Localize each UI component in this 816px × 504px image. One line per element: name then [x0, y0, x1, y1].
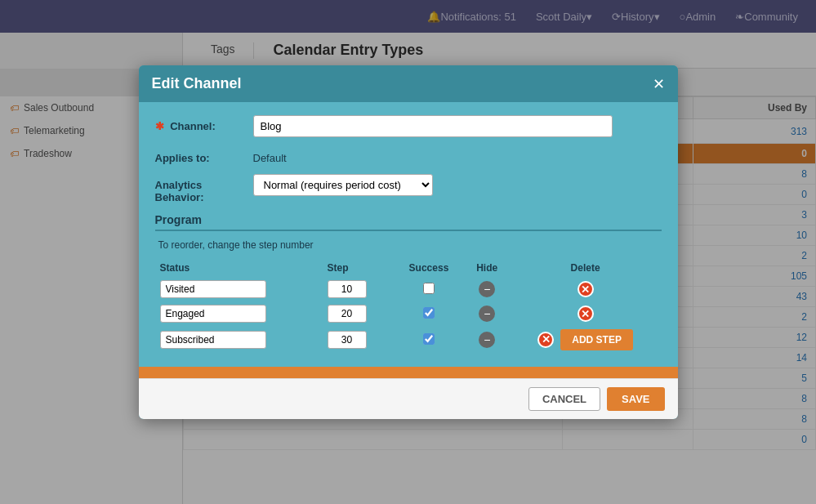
cancel-button[interactable]: CANCEL: [528, 387, 600, 411]
table-row: −✕ADD STEP: [155, 326, 662, 354]
hide-button[interactable]: −: [479, 306, 495, 322]
delete-button[interactable]: ✕: [577, 306, 594, 322]
modal-header: Edit Channel ✕: [139, 65, 678, 102]
reorder-hint: To reorder, change the step number: [155, 239, 662, 251]
modal-title: Edit Channel: [152, 75, 242, 92]
status-input[interactable]: [160, 305, 266, 323]
delete-button[interactable]: ✕: [537, 332, 554, 348]
success-header: Success: [393, 259, 465, 277]
program-section: Program To reorder, change the step numb…: [155, 213, 662, 354]
success-checkbox[interactable]: [423, 333, 435, 345]
step-input[interactable]: [328, 280, 367, 298]
step-input[interactable]: [328, 305, 367, 323]
hide-header: Hide: [465, 259, 510, 277]
hide-button[interactable]: −: [479, 281, 495, 297]
save-button[interactable]: SAVE: [607, 387, 664, 411]
analytics-select[interactable]: Normal (requires period cost): [253, 174, 433, 196]
steps-table: Status Step Success Hide Delete −✕−✕−✕AD…: [155, 259, 662, 354]
modal-footer: CANCEL SAVE: [139, 378, 678, 419]
channel-input[interactable]: [253, 115, 613, 137]
channel-label: ✱ Channel:: [155, 115, 253, 132]
modal-bottom-bar: [139, 367, 678, 378]
applies-to-label: Applies to:: [155, 147, 253, 164]
applies-to-row: Applies to: Default: [155, 147, 662, 164]
close-button[interactable]: ✕: [653, 77, 665, 91]
delete-header: Delete: [510, 259, 662, 277]
analytics-row: AnalyticsBehavior: Normal (requires peri…: [155, 174, 662, 203]
table-row: −✕: [155, 277, 662, 301]
status-header: Status: [155, 259, 323, 277]
success-checkbox[interactable]: [423, 283, 435, 294]
edit-channel-modal: Edit Channel ✕ ✱ Channel: Applies to: De…: [139, 65, 678, 419]
modal-body: ✱ Channel: Applies to: Default Analytics…: [139, 102, 678, 367]
status-input[interactable]: [160, 280, 266, 298]
add-step-button[interactable]: ADD STEP: [560, 329, 633, 350]
success-checkbox[interactable]: [423, 307, 435, 319]
step-input[interactable]: [328, 331, 367, 349]
hide-button[interactable]: −: [479, 332, 495, 348]
step-header: Step: [323, 259, 394, 277]
channel-row: ✱ Channel:: [155, 115, 662, 137]
applies-to-value: Default: [253, 147, 287, 164]
delete-button[interactable]: ✕: [577, 281, 594, 297]
modal-overlay: Edit Channel ✕ ✱ Channel: Applies to: De…: [0, 0, 816, 504]
required-star: ✱: [155, 120, 164, 132]
table-row: −✕: [155, 301, 662, 326]
status-input[interactable]: [160, 331, 266, 349]
program-section-title: Program: [155, 213, 662, 231]
analytics-label: AnalyticsBehavior:: [155, 174, 253, 203]
